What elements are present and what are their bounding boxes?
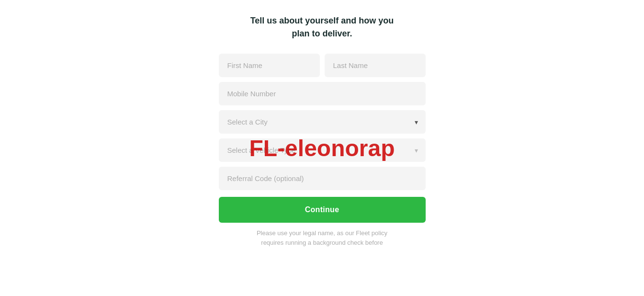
city-select[interactable]: Select a City New York Los Angeles Chica… [219, 110, 426, 134]
page-container: Tell us about yourself and how you plan … [0, 10, 644, 247]
heading-line1: Tell us about yourself and how you [250, 14, 394, 27]
referral-input[interactable] [219, 167, 426, 190]
disclaimer-line1: Please use your legal name, as our Fleet… [257, 228, 387, 238]
heading-section: Tell us about yourself and how you plan … [250, 14, 394, 40]
city-select-wrapper: Select a City New York Los Angeles Chica… [219, 110, 426, 134]
mobile-input[interactable] [219, 82, 426, 105]
continue-button[interactable]: Continue [219, 197, 426, 223]
disclaimer-line2: requires running a background check befo… [257, 238, 387, 248]
name-row [219, 54, 426, 77]
vehicle-select-wrapper: Select a Vehicle Type Car Bike Bicycle S… [219, 138, 426, 162]
form-container: Select a City New York Los Angeles Chica… [219, 54, 426, 223]
first-name-input[interactable] [219, 54, 320, 77]
last-name-input[interactable] [325, 54, 426, 77]
disclaimer-section: Please use your legal name, as our Fleet… [257, 228, 387, 247]
vehicle-select[interactable]: Select a Vehicle Type Car Bike Bicycle S… [219, 138, 426, 162]
heading-line2: plan to deliver. [250, 27, 394, 40]
